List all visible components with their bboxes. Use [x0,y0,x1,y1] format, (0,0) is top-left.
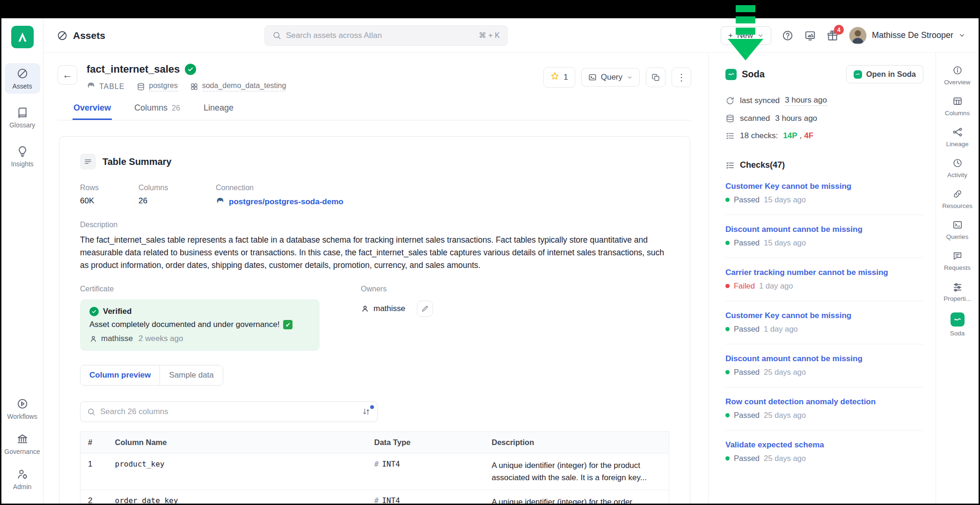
check-item[interactable]: Customer Key cannot be missing Passed15 … [725,172,923,215]
check-status: Passed [734,325,760,334]
asset-title: fact_internet_sales [87,63,180,75]
database-icon [137,82,145,91]
sidebar-item-label: Insights [11,160,33,168]
content-row: ← fact_internet_sales [44,53,979,504]
global-search[interactable]: ⌘ + K [264,25,508,46]
check-status: Passed [734,238,760,247]
check-time: 25 days ago [764,368,806,377]
table-summary-card: Table Summary Rows 60K Columns 26 [59,136,690,504]
tab-lineage[interactable]: Lineage [203,103,234,120]
tab-overview[interactable]: Overview [73,103,112,120]
verified-icon [185,64,196,75]
tab-column-preview[interactable]: Column preview [80,365,160,385]
column-search[interactable] [80,401,378,422]
scanned-time: 3 hours ago [775,114,817,123]
sidebar-item-workflows[interactable]: Workflows [5,394,40,424]
check-title[interactable]: Customer Key cannot be missing [725,311,923,320]
open-in-soda-button[interactable]: Open in Soda [846,65,923,83]
filter-active-dot [370,405,374,409]
gift-button[interactable]: 4 [826,30,839,42]
search-icon [272,31,281,40]
link-icon [952,189,963,199]
rail-item-soda[interactable]: Soda [937,312,978,337]
soda-logo-icon [725,69,737,80]
check-item[interactable]: Row count detection anomaly detection Pa… [725,387,923,431]
search-shortcut: ⌘ + K [479,31,500,40]
check-title[interactable]: Customer Key cannot be missing [725,182,923,191]
rail-item-queries[interactable]: Queries [937,220,978,240]
column-search-input[interactable] [100,407,358,416]
help-button[interactable] [782,30,794,42]
summary-icon [80,154,96,170]
schema-breadcrumb[interactable]: soda_demo_data_testing [190,82,286,91]
checks-header: Checks(47) [725,160,923,170]
star-button[interactable]: 1 [543,67,575,88]
rail-item-properties[interactable]: Properti... [937,282,978,302]
check-title[interactable]: Row count detection anomaly detection [725,397,923,407]
rail-item-overview[interactable]: Overview [937,65,978,86]
new-button[interactable]: + New [721,26,771,45]
user-menu[interactable]: Mathisse De Strooper [849,27,965,45]
edit-owners-button[interactable] [417,301,433,317]
assets-icon [57,30,68,41]
scanned-row: scanned 3 hours ago [725,114,923,123]
asset-header: ← fact_internet_sales [44,53,708,120]
tab-columns[interactable]: Columns 26 [133,103,181,120]
status-dot [725,413,730,417]
sidebar-item-admin[interactable]: Admin [5,464,40,494]
tab-sample-data[interactable]: Sample data [160,365,222,385]
col-header-type: Data Type [367,432,484,453]
sidebar-item-governance[interactable]: Governance [5,429,40,459]
connection-breadcrumb[interactable]: postgres [137,82,177,91]
atlan-logo[interactable] [11,26,34,48]
more-options-button[interactable]: ⋮ [672,67,691,87]
asset-detail: ← fact_internet_sales [44,53,708,504]
back-button[interactable]: ← [58,65,77,85]
app-window: Assets Glossary Insights Workflows [0,0,980,505]
soda-logo-icon [854,70,862,79]
rail-item-requests[interactable]: Requests [937,251,978,271]
soda-panel: Soda Open in Soda [708,53,936,504]
rows-value: 60K [80,196,139,206]
display-button[interactable] [804,30,816,42]
table-row[interactable]: 1 product_key #INT4 A unique identifier … [80,453,669,490]
check-title[interactable]: Validate expected schema [725,440,923,450]
gift-badge: 4 [834,25,844,35]
query-button[interactable]: Query [581,68,640,87]
sidebar-item-insights[interactable]: Insights [5,141,40,171]
table-row[interactable]: 2 order_date_key #INT4 A unique identifi… [80,490,669,504]
rail-item-activity[interactable]: Activity [937,158,978,178]
check-item[interactable]: Validate expected schema Passed25 days a… [725,431,923,473]
copy-link-button[interactable] [646,67,666,87]
rail-item-resources[interactable]: Resources [937,189,978,209]
check-item[interactable]: Discount amount cannot be missing Passed… [725,344,923,387]
connection-link[interactable]: postgres/postgres-soda-demo [216,196,344,208]
sync-icon [725,96,735,105]
certificate-message: Asset completely documented and under go… [89,320,279,329]
app-body: Assets Glossary Insights Workflows [1,18,979,504]
sidebar-item-label: Workflows [7,413,37,420]
sidebar-item-label: Assets [12,82,32,90]
rail-item-lineage[interactable]: Lineage [937,127,978,148]
check-item[interactable]: Carrier tracking number cannot be missin… [725,258,923,301]
check-item[interactable]: Customer Key cannot be missing Passed1 d… [725,301,923,344]
activity-icon [952,158,963,168]
search-icon [87,408,95,416]
sidebar-item-assets[interactable]: Assets [5,63,40,94]
sort-filter-icon[interactable] [362,408,371,416]
integer-icon: # [374,460,379,468]
check-status: Passed [734,195,760,204]
rail-item-columns[interactable]: Columns [937,96,978,117]
status-dot [725,327,730,331]
check-title[interactable]: Carrier tracking number cannot be missin… [725,268,923,277]
check-title[interactable]: Discount amount cannot be missing [725,354,923,364]
check-title[interactable]: Discount amount cannot be missing [725,225,923,234]
sidebar-item-label: Governance [4,448,40,455]
sidebar-item-glossary[interactable]: Glossary [5,102,40,133]
check-status: Passed [734,454,760,463]
right-rail: Overview Columns Lineage [936,53,979,504]
global-search-input[interactable] [286,31,474,40]
avatar [849,27,867,45]
check-item[interactable]: Discount amount cannot be missing Passed… [725,215,923,258]
soda-panel-title: Soda [742,69,765,80]
